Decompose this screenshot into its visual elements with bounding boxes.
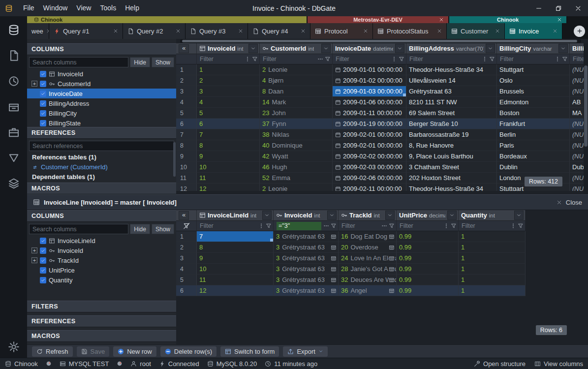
cell[interactable]: 2009-02-01 00:00:00: [333, 129, 406, 140]
rail-db-icon[interactable]: [8, 24, 20, 36]
collapse-panel-button[interactable]: «: [179, 211, 189, 220]
rail-history-icon[interactable]: [8, 75, 20, 87]
macros-section-header[interactable]: MACROS: [27, 183, 176, 194]
filter-menu-button[interactable]: [554, 56, 561, 62]
filter-cell-customerid[interactable]: Filter: [260, 54, 333, 64]
chinook-status[interactable]: Chinook: [5, 360, 38, 368]
cell[interactable]: 9: [197, 253, 274, 264]
open-reference-icon[interactable]: [331, 277, 337, 283]
filter-cell-trackid[interactable]: Filter: [339, 221, 397, 231]
row-number[interactable]: 8: [176, 140, 197, 151]
tab-close-icon[interactable]: [437, 29, 442, 33]
filter-funnel-button[interactable]: [251, 56, 258, 62]
column-header-quantity[interactable]: Quantityint: [459, 210, 526, 221]
menu-tools[interactable]: Tools: [95, 0, 121, 16]
cell[interactable]: 1: [459, 264, 526, 275]
cell[interactable]: 11: [197, 275, 274, 285]
cell[interactable]: 10: [197, 162, 260, 173]
column-header-unitprice[interactable]: UnitPricedecimal: [397, 210, 459, 221]
column-dropdown-button[interactable]: [514, 211, 524, 220]
expand-icon[interactable]: +: [31, 81, 37, 87]
horizontal-scrollbar[interactable]: [180, 39, 581, 43]
cell[interactable]: 4Bjørn: [260, 75, 333, 86]
close-window-button[interactable]: [568, 0, 588, 16]
tab-protocol[interactable]: Protocol: [310, 23, 373, 39]
cell[interactable]: Stuttgart: [497, 64, 570, 75]
selection-handle[interactable]: [403, 93, 406, 96]
filter-cell-billingcity[interactable]: Filter: [497, 54, 570, 64]
cell[interactable]: 16Dog Eat Dog: [339, 231, 397, 242]
filter-funnel-button[interactable]: [488, 56, 495, 62]
column-header-invoiceid[interactable]: InvoiceIdint: [274, 210, 339, 221]
close-detail-button[interactable]: Close: [557, 199, 582, 206]
cell[interactable]: 1: [459, 275, 526, 285]
cell[interactable]: Berger Straße 10: [406, 119, 497, 129]
expand-icon[interactable]: +: [31, 257, 37, 263]
dot-status[interactable]: [46, 361, 52, 367]
show-button[interactable]: Show: [152, 57, 174, 67]
scrollbar-thumb[interactable]: [584, 65, 588, 147]
column-item-invoiceid[interactable]: +InvoiceId: [27, 69, 176, 79]
cell[interactable]: 11: [197, 173, 260, 184]
open-reference-icon[interactable]: [389, 234, 395, 240]
cell[interactable]: 202 Hoxton Street: [406, 173, 497, 184]
clear-filters-icon[interactable]: [183, 222, 190, 229]
row-number[interactable]: 11: [176, 173, 197, 184]
open-reference-icon[interactable]: [331, 245, 337, 250]
column-dropdown-button[interactable]: [486, 44, 495, 53]
save-button[interactable]: Save: [77, 346, 110, 357]
connected-status[interactable]: Connected: [159, 360, 199, 368]
column-header-invoicedate[interactable]: InvoiceDatedatetime: [333, 43, 406, 54]
cell[interactable]: Frankfurt: [497, 119, 570, 129]
filter-funnel-button[interactable]: [561, 56, 568, 62]
cell[interactable]: 1: [459, 242, 526, 253]
cell[interactable]: 3Grétrystraat 63: [274, 285, 339, 296]
filter-cell-billingaddress[interactable]: Filter: [406, 54, 497, 64]
column-dropdown-button[interactable]: [321, 44, 331, 53]
switch-to-form-button[interactable]: Switch to form: [220, 346, 279, 357]
connection-group-chinook-2[interactable]: Chinook: [449, 16, 567, 23]
cell[interactable]: Brussels: [497, 86, 570, 97]
column-dropdown-button[interactable]: [558, 44, 568, 53]
open-reference-icon[interactable]: [389, 255, 395, 261]
cell[interactable]: Dublin: [497, 162, 570, 173]
references-section-header[interactable]: REFERENCES: [27, 127, 176, 139]
view-columns-button[interactable]: View columns: [534, 360, 583, 368]
collapse-panel-button[interactable]: «: [179, 44, 189, 53]
restore-button[interactable]: [549, 0, 568, 16]
tab-close-icon[interactable]: [495, 29, 500, 33]
checkbox[interactable]: [40, 247, 46, 254]
expand-icon[interactable]: +: [31, 247, 37, 253]
cell[interactable]: 5: [197, 108, 260, 119]
columns-section-header[interactable]: COLUMNS: [27, 43, 176, 55]
column-item-customerid[interactable]: +CustomerId: [27, 79, 176, 89]
tab-invoice[interactable]: Invoice: [505, 23, 562, 39]
column-item-invoiceid[interactable]: +InvoiceId: [27, 246, 176, 255]
open-reference-icon[interactable]: [331, 288, 337, 294]
menu-window[interactable]: Window: [39, 0, 72, 16]
cell[interactable]: 23John: [260, 108, 333, 119]
open-reference-icon[interactable]: [331, 255, 337, 261]
cell[interactable]: 3Grétrystraat 63: [274, 231, 339, 242]
filter-value[interactable]: ="3": [277, 222, 321, 230]
minimize-button[interactable]: [529, 0, 549, 16]
cell[interactable]: Theodor-Heuss-Straße 34: [406, 184, 497, 191]
cell[interactable]: 2009-01-03 00:00:00: [333, 86, 406, 97]
new-tab-button[interactable]: [574, 26, 585, 37]
rail-file-icon[interactable]: [8, 50, 20, 62]
row-number[interactable]: 5: [176, 108, 197, 119]
column-dropdown-button[interactable]: [395, 44, 404, 53]
cell[interactable]: Bordeaux: [497, 151, 570, 162]
tab-close-icon[interactable]: [113, 29, 118, 33]
rail-layers-icon[interactable]: [8, 178, 20, 189]
root-status[interactable]: root: [130, 360, 151, 368]
row-number[interactable]: 7: [176, 129, 197, 140]
cell[interactable]: 3Grétrystraat 63: [274, 264, 339, 275]
tab-close-icon[interactable]: [363, 29, 368, 33]
cell[interactable]: 8210 111 ST NW: [406, 97, 497, 108]
tab-wee[interactable]: wee: [27, 23, 49, 39]
tab-close-icon[interactable]: [176, 29, 181, 33]
cell[interactable]: 7: [197, 231, 274, 242]
column-dropdown-button[interactable]: [385, 211, 395, 220]
open-reference-icon[interactable]: [389, 266, 395, 272]
